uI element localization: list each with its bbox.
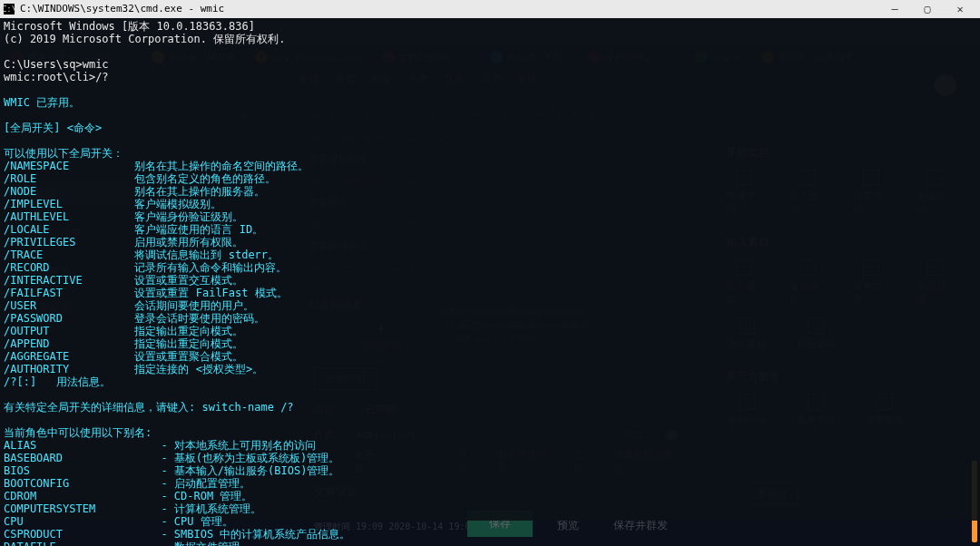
cmd-icon: C:\	[4, 4, 15, 15]
minimize-button[interactable]: —	[878, 0, 911, 18]
cmd-window: C:\ C:\WINDOWS\system32\cmd.exe - wmic —…	[0, 0, 980, 546]
close-button[interactable]: ✕	[944, 0, 976, 18]
window-titlebar[interactable]: C:\ C:\WINDOWS\system32\cmd.exe - wmic —…	[0, 0, 980, 18]
window-title: C:\WINDOWS\system32\cmd.exe - wmic	[20, 3, 878, 15]
terminal-output[interactable]: Microsoft Windows [版本 10.0.18363.836] (c…	[0, 18, 980, 521]
maximize-button[interactable]: ▢	[911, 0, 944, 18]
